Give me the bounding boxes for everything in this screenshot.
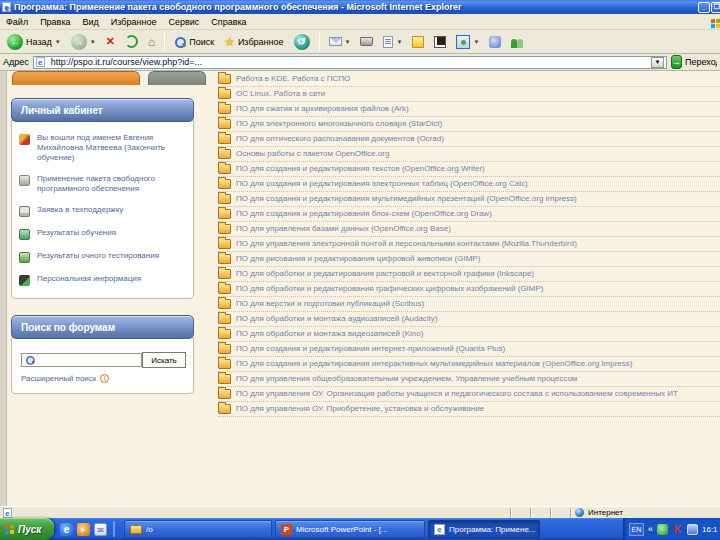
address-dropdown-button[interactable]: ▼ <box>651 57 664 68</box>
course-link[interactable]: Работа в KDE. Работа с ПСПО <box>236 74 350 84</box>
course-link[interactable]: ПО для обработки и монтажа видеозаписей … <box>236 329 423 339</box>
course-link[interactable]: ПО для управления базами данных (OpenOff… <box>236 224 451 234</box>
site-tab-orange[interactable] <box>12 71 140 85</box>
sidebar-item[interactable]: Персональная информация <box>19 274 186 286</box>
mail-button[interactable]: ▼ <box>326 36 354 47</box>
menu-item[interactable]: Сервис <box>168 17 199 27</box>
back-icon: ← <box>7 34 23 50</box>
edit-button[interactable]: ▼ <box>380 35 405 49</box>
course-link[interactable]: ПО для обработки и редактирования графич… <box>236 284 544 294</box>
edit-dropdown-icon[interactable]: ▼ <box>396 39 402 45</box>
favorites-star-icon: ★ <box>224 35 235 49</box>
menu-item[interactable]: Избранное <box>111 17 157 27</box>
course-link[interactable]: ПО для управления ОУ. Приобретение, уста… <box>236 404 484 414</box>
sidebar-item-label[interactable]: Персональная информация <box>37 274 141 284</box>
print-button[interactable] <box>357 36 376 47</box>
folder-icon <box>218 404 231 414</box>
advanced-search-link[interactable]: Расширенный поиск <box>21 374 96 383</box>
contacts-icon <box>511 36 524 48</box>
icq-dropdown-icon[interactable]: ▼ <box>473 39 479 45</box>
tray-clock[interactable]: 16:1 <box>702 525 718 534</box>
quicklaunch-mail-icon[interactable]: ✉ <box>94 523 107 536</box>
search-button[interactable]: Поиск <box>171 35 217 49</box>
minimize-button[interactable]: _ <box>698 2 710 13</box>
sidebar-item-label[interactable]: Заявка в техподдержку <box>37 205 123 215</box>
messenger-button[interactable] <box>486 35 504 49</box>
course-link[interactable]: ПО для создания и редактирования текстов… <box>236 164 485 174</box>
discuss-button[interactable] <box>409 35 427 49</box>
course-link[interactable]: ПО для электронного многоязычного словар… <box>236 119 442 129</box>
course-link[interactable]: ПО для создания и редактирования мультим… <box>236 194 577 204</box>
tray-agent-icon[interactable] <box>657 524 668 535</box>
mail-dropdown-icon[interactable]: ▼ <box>345 39 351 45</box>
tray-chevron-icon[interactable]: « <box>648 524 653 534</box>
browser-toolbar: ← Назад ▼ → ▼ ✕ ⌂ Поиск ★ Избранное ↺ ▼ … <box>0 30 720 54</box>
course-link[interactable]: ПО для обработки и редактирования растро… <box>236 269 534 279</box>
tray-display-icon[interactable] <box>687 524 698 535</box>
favorites-button[interactable]: ★ Избранное <box>221 34 286 50</box>
quicklaunch-ie-icon[interactable]: e <box>60 523 73 536</box>
sidebar-item-label[interactable]: Применение пакета свободного программног… <box>37 174 186 194</box>
stop-button[interactable]: ✕ <box>103 34 118 49</box>
go-button[interactable]: → Переход <box>671 55 717 69</box>
sidebar-item[interactable]: Результаты очного тестирования <box>19 251 186 263</box>
start-button[interactable]: Пуск <box>0 518 54 540</box>
course-link[interactable]: ПО для рисования и редактирования цифров… <box>236 254 480 264</box>
taskbar-task-ie[interactable]: eПрограмма: Примене... <box>428 520 540 538</box>
course-link[interactable]: ПО для создания и редактирования блок-сх… <box>236 209 492 219</box>
language-indicator[interactable]: EN <box>629 523 644 536</box>
taskbar-task-powerpoint[interactable]: PMicrosoft PowerPoint - [... <box>275 520 425 538</box>
info-icon[interactable]: i <box>100 374 109 383</box>
sidebar-item[interactable]: Заявка в техподдержку <box>19 205 186 217</box>
site-tab-gray[interactable] <box>148 71 206 85</box>
course-row: ПО для создания и редактирования блок-сх… <box>218 207 720 222</box>
folder-icon <box>218 89 231 99</box>
refresh-button[interactable] <box>122 34 141 49</box>
toolbar-separator <box>164 33 165 51</box>
course-link[interactable]: ПО для создания и редактирования интерне… <box>236 344 505 354</box>
forum-search-header: Поиск по форумам <box>11 315 194 339</box>
course-link[interactable]: ПО для управления общеобразовательным уч… <box>236 374 577 384</box>
maximize-button[interactable]: ❐ <box>711 2 720 13</box>
sidebar-item[interactable]: Применение пакета свободного программног… <box>19 174 186 194</box>
course-row: ПО для управления базами данных (OpenOff… <box>218 222 720 237</box>
home-button[interactable]: ⌂ <box>145 34 158 50</box>
forum-search-button[interactable]: Искать <box>142 352 186 368</box>
course-link[interactable]: ПО для создания и редактирования электро… <box>236 179 528 189</box>
sidebar-item[interactable]: Результаты обучения <box>19 228 186 240</box>
menu-item[interactable]: Файл <box>6 17 28 27</box>
sidebar-item[interactable]: Вы вошли под именем Евгения Михайловна М… <box>19 133 186 163</box>
back-button[interactable]: ← Назад ▼ <box>4 33 64 51</box>
messenger-icon <box>489 36 501 48</box>
quicklaunch-media-icon[interactable]: ► <box>77 523 90 536</box>
history-button[interactable]: ↺ <box>291 33 313 51</box>
menu-item[interactable]: Вид <box>83 17 99 27</box>
course-link[interactable]: ПО для верстки и подготовки публикаций (… <box>236 299 424 309</box>
course-link[interactable]: ПО для управления электронной почтой и п… <box>236 239 577 249</box>
address-input[interactable]: e http://pspo.it.ru/course/view.php?id=.… <box>33 56 667 69</box>
sidebar-item-label[interactable]: Вы вошли под именем Евгения Михайловна М… <box>37 133 186 163</box>
course-link[interactable]: Основы работы с пакетом OpenOffice.org <box>236 149 389 159</box>
contacts-button[interactable] <box>508 35 527 49</box>
tray-antivirus-icon[interactable]: K <box>672 524 683 535</box>
folder-icon <box>218 194 231 204</box>
back-dropdown-icon[interactable]: ▼ <box>55 39 61 45</box>
course-link[interactable]: ПО для оптического распознавания докумен… <box>236 134 444 144</box>
course-link[interactable]: ПО для управления ОУ. Организация работы… <box>236 389 678 399</box>
back-label: Назад <box>26 37 52 47</box>
fullscreen-button[interactable] <box>431 35 449 49</box>
course-link[interactable]: ОС Linux. Работа в сети <box>236 89 325 99</box>
menu-item[interactable]: Справка <box>211 17 246 27</box>
taskbar-task-folder[interactable]: /о <box>124 520 272 538</box>
course-link[interactable]: ПО для обработки и монтажа аудиозаписей … <box>236 314 438 324</box>
course-link[interactable]: ПО для сжатия и архивирования файлов (Ar… <box>236 104 409 114</box>
course-link[interactable]: ПО для создания и редактирования интерак… <box>236 359 632 369</box>
sidebar-item-label[interactable]: Результаты очного тестирования <box>37 251 159 261</box>
course-row: ПО для рисования и редактирования цифров… <box>218 252 720 267</box>
forum-search-input[interactable] <box>21 353 142 367</box>
forward-dropdown-icon[interactable]: ▼ <box>90 39 96 45</box>
menu-item[interactable]: Правка <box>40 17 70 27</box>
sidebar-item-label[interactable]: Результаты обучения <box>37 228 116 238</box>
icq-button[interactable]: ▼ <box>453 34 482 50</box>
forward-button[interactable]: → ▼ <box>68 33 99 51</box>
